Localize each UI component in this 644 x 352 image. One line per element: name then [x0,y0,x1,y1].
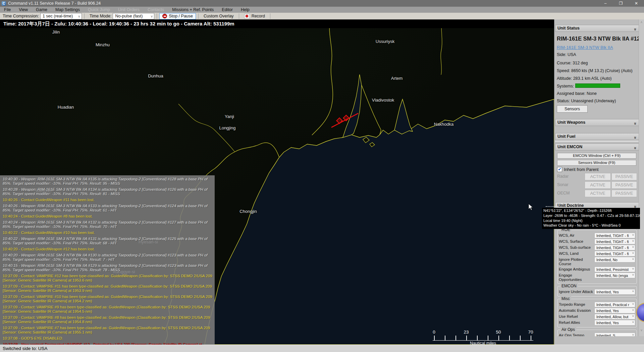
scroll-down-icon[interactable]: ˅ [639,329,644,332]
map-viewport[interactable]: JilinMinzhuDunhuaHuadianYanjiLongjingUss… [0,19,554,345]
inherit-checkbox[interactable]: ✔ [557,167,562,172]
doctrine-select[interactable]: Inherited, S˅ [594,333,635,336]
menu-item-help[interactable]: Help [237,7,254,13]
doctrine-select[interactable]: Inherited, No (enga˅ [594,273,635,278]
toolbar-separator [84,13,85,19]
menu-item-quick-jump: Quick Jump [84,7,114,13]
doctrine-select[interactable]: Inherited, Pessimist˅ [594,267,635,272]
chevron-down-icon: ˅ [632,245,634,249]
menu-item-view[interactable]: View [15,7,32,13]
emcon-window-button[interactable]: EMCON Window (Ctrl + F9) [557,153,636,159]
collapse-chevron-icon: » [632,136,639,139]
doctrine-select[interactable]: Inherited, TIGHT - fi˅ [594,245,635,250]
doctrine-select[interactable]: Inherited, Practical r˅ [594,302,635,307]
emcon-passive-button[interactable]: PASSIVE [611,173,637,180]
app-icon: C [2,1,6,6]
unit-weapons-header-label: Unit Weapons [557,120,585,125]
city-label: Nakhodka [434,122,454,127]
stop-hand-icon [162,14,167,18]
unit-course: Course: 312 deg [557,61,588,65]
menu-item-game[interactable]: Game [32,7,51,13]
custom-overlay-button[interactable]: Custom Overlay [201,13,236,19]
unit-db-link[interactable]: RIM-161E SM-3 NTW Blk IIA [557,45,613,50]
collapse-chevron-icon: » [632,122,639,125]
sensors-window-button[interactable]: Sensors Window (F9) [557,160,636,166]
log-entry: 10:40:20 - Contact GuidedWeapon #12 has … [3,247,213,251]
chevron-down-icon: ˅ [632,290,634,293]
emcon-row-label: Radar [557,174,569,179]
emcon-active-button[interactable]: ACTIVE [585,190,611,197]
scale-tick [445,336,445,340]
restore-button[interactable]: ❐ [613,0,629,7]
menu-item-file[interactable]: File [0,7,15,13]
stop-pause-label: Stop / Pause [169,13,193,19]
doctrine-select-value: Inherited, No [596,257,630,262]
doctrine-select-value: Inherited, Allow, but [596,314,630,319]
toolbar: Time Compression: 1 sec (real-time) ˅ Ti… [0,13,644,19]
hostile-missile-symbols[interactable] [325,108,362,132]
sensors-button[interactable]: Sensors [557,105,588,113]
log-entry: 10:40:24 - Weapon: RIM-161E SM-3 NTW Blk… [3,220,213,229]
unit-fuel-header[interactable]: Unit Fuel » [555,133,639,140]
message-log[interactable]: 10:40:30 - Weapon: RIM-161E SM-3 NTW Blk… [0,175,215,345]
chevron-down-icon: ˅ [632,333,634,336]
menu-item-missions-ref-points[interactable]: Missions + Ref. Points [168,7,218,13]
scale-tick-label: 23 [464,330,469,335]
doctrine-select[interactable]: Inherited, TIGHT - fi˅ [594,233,635,238]
city-label: Huadian [58,105,74,110]
stop-pause-button[interactable]: Stop / Pause [159,13,196,19]
unit-weapons-header[interactable]: Unit Weapons » [555,119,639,126]
log-entry: 10:40:26 - Contact GuidedWeapon #11 has … [3,198,213,202]
log-entry: 10:37:09 - Contact: VAMPIRE #10 has been… [3,295,213,303]
doctrine-row-label: WCS, Sub-surface [559,245,594,250]
emcon-passive-button[interactable]: PASSIVE [611,190,637,197]
toolbar-separator [239,13,239,19]
chevron-down-icon: ˅ [632,267,634,271]
unit-emcon-header[interactable]: Unit EMCON » [555,143,639,151]
doctrine-select[interactable]: Inherited, Allow, but˅ [594,314,635,319]
city-label: Yanji [225,114,234,119]
unit-altitude: Altitude: 283.1 km ASL (Auto) [557,76,612,81]
unit-status-header[interactable]: Unit Status » [555,25,639,32]
unit-systems: Systems: [557,83,620,89]
time-compression-select[interactable]: 1 sec (real-time) ˅ [40,13,82,19]
doctrine-row: Torpedo RangeInherited, Practical r˅ [559,302,635,307]
doctrine-row: Automatic EvasionInherited, Yes˅ [559,308,635,313]
unit-fuel-header-label: Unit Fuel [557,134,575,139]
time-compression-value: 1 sec (real-time) [43,14,73,18]
doctrine-select[interactable]: Inherited, No˅ [594,257,635,262]
doctrine-select[interactable]: Inherited, TIGHT - fi˅ [594,251,635,256]
doctrine-select[interactable]: Inherited, Yes˅ [594,320,635,326]
tooltip-line: Local time 19:40 (Night) [543,218,640,223]
scale-tick [498,336,499,340]
chevron-down-icon: ˅ [632,233,634,237]
sidebar-scrollbar[interactable]: ˄ ˅ [639,19,644,336]
emcon-passive-button[interactable]: PASSIVE [611,181,637,189]
menu-item-editor[interactable]: Editor [218,7,237,13]
unit-doctrine-panel: ROEWCS, AirInherited, TIGHT - fi˅WCS, Su… [554,211,639,336]
emcon-active-button[interactable]: ACTIVE [585,181,611,189]
tooltip-line: N41°51'22", E134°26'52" - Depth -11526ft [543,208,640,213]
time-mode-select[interactable]: No-pulse (fast) ˅ [113,13,154,19]
toolbar-separator [198,13,199,19]
title-bar: C Command v1.11 Service Release 7 - Buil… [0,0,644,7]
scale-tick [488,336,488,340]
inherit-from-parent-row: ✔ Inherit from Parent [557,167,599,172]
status-bar: Switched side to: USA [0,345,644,352]
minimize-button[interactable]: – [598,0,613,7]
doctrine-row: Use RefuelInherited, Allow, but˅ [559,314,635,319]
doctrine-select[interactable]: Inherited, Yes˅ [594,308,635,313]
doctrine-select[interactable]: Inherited, Yes˅ [594,289,635,295]
scroll-up-icon[interactable]: ˄ [639,20,644,24]
unit-status-text: Status: Unassigned (Underway) [557,99,616,103]
doctrine-row-label: Automatic Evasion [559,308,594,313]
record-button[interactable]: Record [241,13,268,19]
menu-item-unit-orders: Unit Orders [114,7,144,13]
close-button[interactable]: ✕ [629,0,644,7]
emcon-active-button[interactable]: ACTIVE [585,173,611,180]
doctrine-row-label: Torpedo Range [559,302,594,307]
scale-tick-label: 50 [496,330,501,335]
doctrine-select[interactable]: Inherited, TIGHT - fi˅ [594,239,635,244]
doctrine-select-value: Inherited, TIGHT - fi [596,233,630,238]
menu-item-map-settings[interactable]: Map Settings [51,7,84,13]
